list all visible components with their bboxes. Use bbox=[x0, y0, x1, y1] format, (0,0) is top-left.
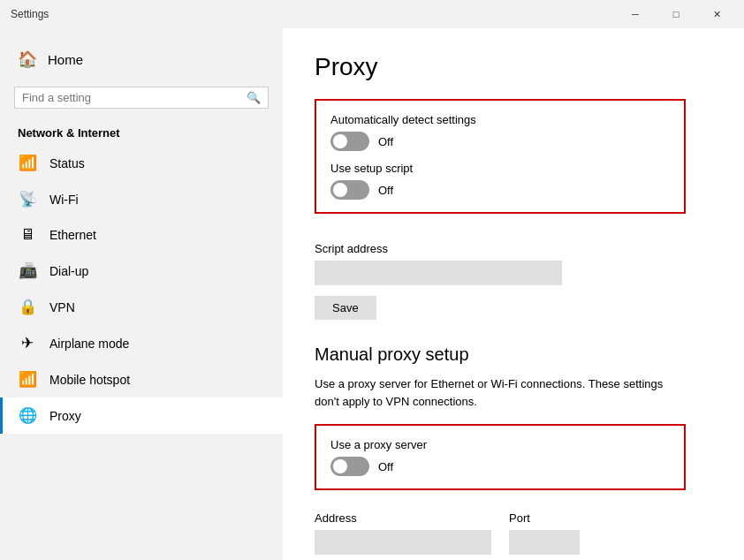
dialup-icon: 📠 bbox=[18, 261, 37, 280]
use-proxy-toggle[interactable] bbox=[330, 457, 369, 476]
window-controls: ─ □ ✕ bbox=[615, 0, 737, 28]
sidebar-item-proxy[interactable]: 🌐 Proxy bbox=[0, 397, 283, 434]
close-button[interactable]: ✕ bbox=[696, 0, 737, 28]
home-icon: 🏠 bbox=[18, 49, 37, 69]
use-proxy-row: Off bbox=[330, 457, 670, 476]
app-container: 🏠 Home 🔍 Network & Internet 📶 Status 📡 W… bbox=[0, 28, 744, 560]
sidebar-item-airplane[interactable]: ✈ Airplane mode bbox=[0, 325, 283, 361]
script-address-input[interactable] bbox=[315, 261, 562, 285]
sidebar-item-home[interactable]: 🏠 Home bbox=[0, 39, 283, 79]
sidebar-item-label: Status bbox=[49, 156, 85, 170]
app-title: Settings bbox=[7, 8, 49, 20]
address-port-row: Address Port bbox=[315, 511, 712, 555]
sidebar-item-label: Airplane mode bbox=[49, 337, 129, 351]
search-input[interactable] bbox=[22, 91, 241, 104]
auto-detect-label: Automatically detect settings bbox=[330, 113, 670, 126]
manual-setup-title: Manual proxy setup bbox=[315, 344, 712, 365]
setup-script-state: Off bbox=[378, 184, 393, 197]
setup-script-label: Use setup script bbox=[330, 162, 670, 175]
content-area: Proxy Automatically detect settings Off … bbox=[283, 28, 744, 560]
status-icon: 📶 bbox=[18, 154, 37, 172]
proxy-icon: 🌐 bbox=[18, 406, 37, 425]
vpn-icon: 🔒 bbox=[18, 298, 37, 316]
page-title: Proxy bbox=[315, 53, 712, 81]
sidebar-item-label: Proxy bbox=[49, 409, 81, 423]
sidebar: 🏠 Home 🔍 Network & Internet 📶 Status 📡 W… bbox=[0, 28, 283, 560]
wifi-icon: 📡 bbox=[18, 190, 37, 208]
use-proxy-state: Off bbox=[378, 460, 393, 473]
use-proxy-label: Use a proxy server bbox=[330, 438, 670, 451]
hotspot-icon: 📶 bbox=[18, 370, 37, 389]
sidebar-item-ethernet[interactable]: 🖥 Ethernet bbox=[0, 217, 283, 253]
auto-detect-row: Off bbox=[330, 132, 670, 151]
search-icon: 🔍 bbox=[247, 91, 261, 104]
save-button[interactable]: Save bbox=[315, 296, 376, 320]
maximize-button[interactable]: □ bbox=[656, 0, 696, 28]
title-bar: Settings ─ □ ✕ bbox=[0, 0, 744, 28]
auto-detect-toggle[interactable] bbox=[330, 132, 369, 151]
automatic-setup-box: Automatically detect settings Off Use se… bbox=[315, 99, 686, 214]
search-box[interactable]: 🔍 bbox=[14, 87, 269, 109]
sidebar-item-dialup[interactable]: 📠 Dial-up bbox=[0, 253, 283, 289]
port-label: Port bbox=[509, 511, 580, 525]
sidebar-item-label: VPN bbox=[49, 300, 75, 314]
sidebar-section-title: Network & Internet bbox=[0, 116, 283, 145]
sidebar-item-label: Ethernet bbox=[49, 228, 96, 242]
ethernet-icon: 🖥 bbox=[18, 226, 37, 244]
address-group: Address bbox=[315, 511, 491, 555]
sidebar-item-vpn[interactable]: 🔒 VPN bbox=[0, 289, 283, 325]
sidebar-item-status[interactable]: 📶 Status bbox=[0, 145, 283, 181]
auto-detect-state: Off bbox=[378, 135, 393, 148]
sidebar-item-wifi[interactable]: 📡 Wi-Fi bbox=[0, 181, 283, 217]
address-label: Address bbox=[315, 511, 491, 525]
sidebar-item-label: Wi-Fi bbox=[49, 193, 79, 207]
sidebar-home-label: Home bbox=[48, 52, 83, 67]
airplane-icon: ✈ bbox=[18, 334, 37, 352]
port-group: Port bbox=[509, 511, 580, 555]
use-proxy-box: Use a proxy server Off bbox=[315, 424, 686, 490]
sidebar-item-label: Dial-up bbox=[49, 264, 88, 278]
sidebar-item-label: Mobile hotspot bbox=[49, 373, 130, 387]
address-input[interactable] bbox=[315, 530, 491, 555]
manual-setup-description: Use a proxy server for Ethernet or Wi-Fi… bbox=[315, 375, 686, 410]
sidebar-item-hotspot[interactable]: 📶 Mobile hotspot bbox=[0, 361, 283, 397]
script-address-label: Script address bbox=[315, 242, 712, 255]
minimize-button[interactable]: ─ bbox=[615, 0, 656, 28]
setup-script-toggle[interactable] bbox=[330, 180, 369, 200]
port-input[interactable] bbox=[509, 530, 580, 555]
setup-script-row: Off bbox=[330, 180, 670, 200]
